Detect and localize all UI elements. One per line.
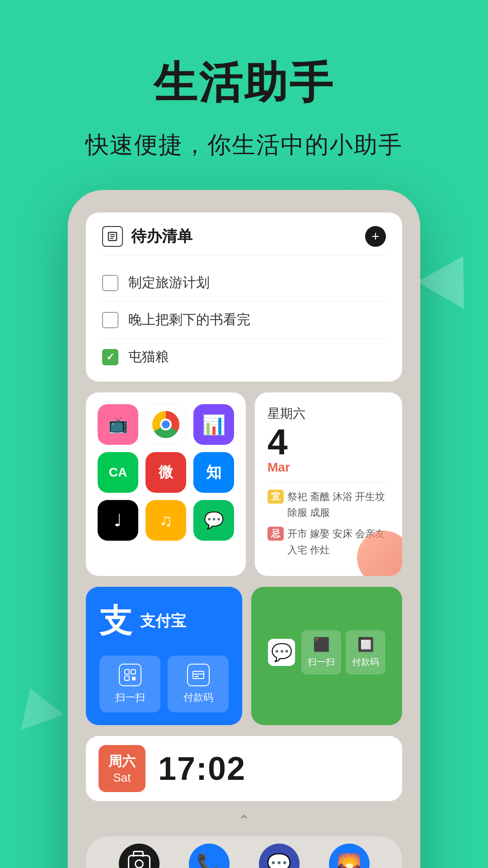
stats-app-icon[interactable]: 📊 [193, 404, 234, 445]
clock-day-cn: 周六 [108, 752, 136, 771]
svg-rect-6 [125, 676, 129, 680]
alipay-pay-label: 付款码 [183, 691, 213, 704]
wechat-scan-icon: ⬛ [313, 637, 330, 652]
calendar-day: 星期六 [267, 405, 389, 422]
wechat-app-icon[interactable]: 💬 [193, 500, 234, 541]
app-row-2: CA 微 知 [98, 452, 234, 493]
clock-day-section: 周六 Sat [99, 745, 145, 792]
deco-triangle-top [417, 243, 487, 309]
dock: 📞 💬 🌄 [86, 836, 402, 868]
todo-item-2: 晚上把剩下的书看完 [102, 302, 386, 339]
header-section: 生活助手 快速便捷，你生活中的小助手 [0, 0, 488, 188]
weibo-app-icon[interactable]: 微 [145, 452, 186, 493]
row-four: 周六 Sat 17:02 [86, 736, 402, 801]
todo-text-3: 屯猫粮 [128, 348, 169, 366]
todo-checkbox-1[interactable] [102, 275, 118, 291]
row-three: 支 支付宝 扫一扫 [86, 587, 402, 725]
svg-rect-5 [131, 670, 136, 674]
wechat-pay-icon: 🔲 [357, 637, 374, 652]
todo-checkbox-2[interactable] [102, 312, 118, 328]
alipay-name: 支付宝 [140, 611, 186, 632]
alipay-pay-button[interactable]: 付款码 [168, 656, 229, 712]
auspicious-events: 祭祀 斋醮 沐浴 开生坟 除服 成服 [287, 489, 389, 520]
dock-phone-icon[interactable]: 📞 [189, 844, 230, 868]
todo-header: 待办清单 + [102, 226, 386, 255]
main-title: 生活助手 [0, 54, 488, 113]
todo-title: 待办清单 [131, 226, 192, 247]
tv-app-icon[interactable]: 📺 [98, 404, 138, 445]
app-grid-widget: 📺 📊 CA 微 知 ♩ ♫ 💬 [86, 392, 246, 576]
wechat-logo: 💬 [268, 639, 295, 666]
alipay-widget: 支 支付宝 扫一扫 [86, 587, 242, 725]
dock-camera-icon[interactable] [119, 844, 160, 868]
svg-rect-7 [132, 677, 136, 680]
dock-gallery-icon[interactable]: 🌄 [329, 844, 370, 868]
todo-item-1: 制定旅游计划 [102, 264, 386, 302]
tiktok-app-icon[interactable]: ♩ [98, 500, 138, 541]
row-two: 📺 📊 CA 微 知 ♩ ♫ 💬 星期六 4 Mar [86, 392, 402, 576]
wechat-top-row: 💬 ⬛ 扫一扫 🔲 付款码 [268, 630, 385, 675]
deco-triangle-bottom [9, 680, 63, 730]
alipay-scan-button[interactable]: 扫一扫 [99, 656, 160, 712]
app-row-1: 📺 📊 [98, 404, 234, 445]
wechat-pay-label: 付款码 [352, 656, 379, 668]
todo-list-icon [102, 226, 123, 247]
todo-widget: 待办清单 + 制定旅游计划 晚上把剩下的书看完 屯猫粮 [86, 212, 402, 382]
music-app-icon[interactable]: ♫ [145, 500, 186, 541]
inauspicious-badge: 忌 [267, 527, 284, 541]
wechat-pay-button[interactable]: 🔲 付款码 [346, 630, 385, 675]
zhihu-app-icon[interactable]: 知 [193, 452, 234, 493]
app-row-3: ♩ ♫ 💬 [98, 500, 234, 541]
todo-item-3: 屯猫粮 [102, 339, 386, 368]
alipay-scan-label: 扫一扫 [115, 691, 145, 704]
camera-body [128, 855, 150, 868]
auspicious-badge: 宜 [267, 490, 284, 504]
subtitle: 快速便捷，你生活中的小助手 [0, 129, 488, 161]
svg-rect-10 [195, 676, 198, 677]
calendar-divider [267, 482, 389, 482]
clock-time: 17:02 [158, 750, 246, 787]
scan-icon [119, 664, 141, 686]
todo-add-button[interactable]: + [365, 226, 386, 247]
clock-day-en: Sat [113, 771, 131, 785]
wechat-scan-label: 扫一扫 [308, 656, 335, 668]
todo-text-2: 晚上把剩下的书看完 [128, 311, 250, 329]
wechat-action-row: ⬛ 扫一扫 🔲 付款码 [301, 630, 385, 675]
calendar-month: Mar [267, 460, 389, 475]
alipay-actions: 扫一扫 付款码 [99, 656, 229, 712]
alipay-logo: 支 [99, 599, 132, 643]
phone-mockup: 待办清单 + 制定旅游计划 晚上把剩下的书看完 屯猫粮 📺 📊 [68, 190, 420, 868]
todo-checkbox-3[interactable] [102, 349, 118, 365]
clock-widget: 周六 Sat 17:02 [86, 736, 402, 801]
calendar-widget: 星期六 4 Mar 宜 祭祀 斋醮 沐浴 开生坟 除服 成服 忌 开市 嫁娶 安… [255, 392, 402, 576]
dock-message-icon[interactable]: 💬 [259, 844, 300, 868]
wechat-scan-widget: 💬 ⬛ 扫一扫 🔲 付款码 [251, 587, 402, 725]
alipay-top: 支 支付宝 [99, 599, 229, 643]
svg-rect-4 [125, 670, 129, 674]
ca-app-icon[interactable]: CA [98, 452, 138, 493]
wechat-scan-button[interactable]: ⬛ 扫一扫 [301, 630, 341, 675]
svg-rect-8 [193, 671, 204, 679]
chrome-app-icon[interactable] [145, 404, 186, 445]
calendar-auspicious-row: 宜 祭祀 斋醮 沐浴 开生坟 除服 成服 [267, 489, 389, 520]
calendar-date: 4 [267, 424, 389, 460]
chevron-up: ⌃ [86, 812, 402, 829]
pay-icon [187, 664, 210, 686]
todo-header-left: 待办清单 [102, 226, 192, 247]
todo-text-1: 制定旅游计划 [128, 274, 210, 292]
camera-lens [135, 859, 144, 868]
